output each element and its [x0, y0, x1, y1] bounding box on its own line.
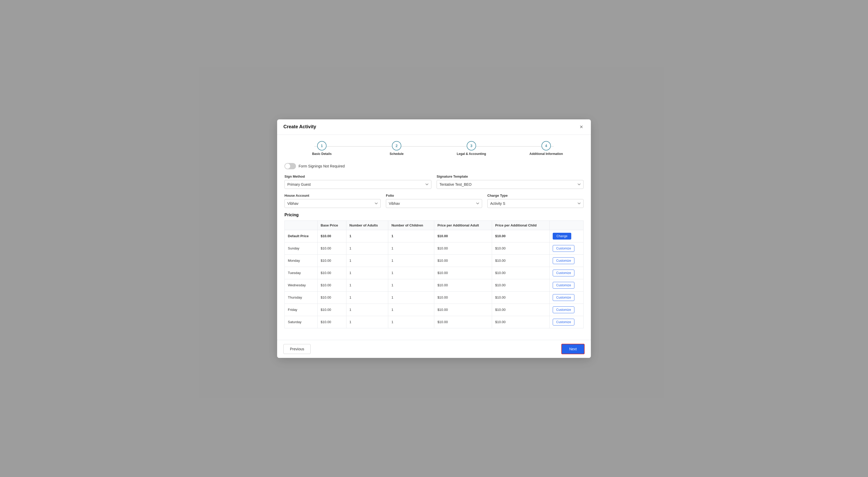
table-row: Tuesday $10.00 1 1 $10.00 $10.00 Customi…: [285, 267, 584, 279]
sign-method-group: Sign Method Primary Guest All Guests: [284, 174, 431, 189]
row-action-cell: Customize: [550, 254, 584, 267]
step-4-circle: 4: [541, 141, 551, 150]
pricing-table-header-row: Base Price Number of Adults Number of Ch…: [285, 220, 584, 230]
modal-body: 1 Basic Details 2 Schedule 3 Legal & Acc…: [277, 135, 591, 340]
customize-button[interactable]: Customize: [553, 257, 575, 264]
row-children: 1: [388, 230, 434, 242]
row-adults: 1: [346, 304, 388, 316]
step-3-circle: 3: [467, 141, 476, 150]
modal-footer: Previous Next: [277, 340, 591, 358]
previous-button[interactable]: Previous: [283, 344, 311, 354]
row-price-child: $10.00: [492, 230, 550, 242]
customize-button[interactable]: Customize: [553, 306, 575, 313]
row-adults: 1: [346, 267, 388, 279]
row-children: 1: [388, 242, 434, 254]
row-children: 1: [388, 304, 434, 316]
step-2: 2 Schedule: [359, 141, 434, 156]
next-button[interactable]: Next: [561, 344, 585, 354]
row-children: 1: [388, 316, 434, 328]
sign-method-select[interactable]: Primary Guest All Guests: [284, 180, 431, 189]
col-action: [550, 220, 584, 230]
row-children: 1: [388, 254, 434, 267]
row-adults: 1: [346, 316, 388, 328]
toggle-label: Form Signings Not Required: [299, 164, 345, 168]
col-price-child: Price per Additional Child: [492, 220, 550, 230]
customize-button[interactable]: Customize: [553, 282, 575, 288]
row-base-price: $10.00: [317, 242, 346, 254]
sign-method-label: Sign Method: [284, 174, 431, 178]
row-price-child: $10.00: [492, 279, 550, 291]
row-base-price: $10.00: [317, 230, 346, 242]
col-name: [285, 220, 318, 230]
customize-button[interactable]: Customize: [553, 270, 575, 276]
row-base-price: $10.00: [317, 254, 346, 267]
row-price-adult: $10.00: [434, 267, 492, 279]
row-price-adult: $10.00: [434, 316, 492, 328]
customize-button[interactable]: Customize: [553, 319, 575, 326]
row-price-adult: $10.00: [434, 304, 492, 316]
row-name: Sunday: [285, 242, 318, 254]
row-name: Saturday: [285, 316, 318, 328]
row-price-child: $10.00: [492, 254, 550, 267]
row-adults: 1: [346, 291, 388, 304]
row-price-child: $10.00: [492, 304, 550, 316]
step-2-label: Schedule: [390, 152, 403, 156]
table-row: Thursday $10.00 1 1 $10.00 $10.00 Custom…: [285, 291, 584, 304]
row-price-adult: $10.00: [434, 254, 492, 267]
step-1-circle: 1: [317, 141, 327, 150]
table-row: Default Price $10.00 1 1 $10.00 $10.00 C…: [285, 230, 584, 242]
modal-overlay: Create Activity × 1 Basic Details 2 Sche…: [0, 0, 868, 477]
stepper: 1 Basic Details 2 Schedule 3 Legal & Acc…: [284, 141, 584, 156]
row-adults: 1: [346, 242, 388, 254]
modal-header: Create Activity ×: [277, 120, 591, 135]
row-action-cell: Customize: [550, 316, 584, 328]
house-account-group: House Account Vibhav: [284, 194, 381, 208]
close-button[interactable]: ×: [578, 124, 585, 130]
row-price-child: $10.00: [492, 316, 550, 328]
pricing-title: Pricing: [284, 213, 584, 217]
step-1-label: Basic Details: [312, 152, 332, 156]
row-children: 1: [388, 279, 434, 291]
signature-template-group: Signature Template Tentative Test_BEO: [437, 174, 584, 189]
folio-label: Folio: [386, 194, 482, 198]
signature-template-select[interactable]: Tentative Test_BEO: [437, 180, 584, 189]
row-price-adult: $10.00: [434, 279, 492, 291]
toggle-row: Form Signings Not Required: [284, 163, 584, 169]
modal-title: Create Activity: [283, 124, 316, 130]
charge-type-label: Charge Type: [487, 194, 584, 198]
row-adults: 1: [346, 254, 388, 267]
folio-select[interactable]: Vibhav: [386, 199, 482, 208]
row-children: 1: [388, 267, 434, 279]
customize-button[interactable]: Customize: [553, 245, 575, 252]
col-base-price: Base Price: [317, 220, 346, 230]
step-2-circle: 2: [392, 141, 401, 150]
customize-button[interactable]: Customize: [553, 294, 575, 301]
row-base-price: $10.00: [317, 316, 346, 328]
row-action-cell: Change: [550, 230, 584, 242]
pricing-section: Pricing Base Price Number of Adults Numb…: [284, 213, 584, 328]
row-name: Thursday: [285, 291, 318, 304]
row-action-cell: Customize: [550, 242, 584, 254]
house-account-label: House Account: [284, 194, 381, 198]
house-account-select[interactable]: Vibhav: [284, 199, 381, 208]
folio-group: Folio Vibhav: [386, 194, 482, 208]
col-adults: Number of Adults: [346, 220, 388, 230]
row-children: 1: [388, 291, 434, 304]
row-adults: 1: [346, 230, 388, 242]
row-base-price: $10.00: [317, 291, 346, 304]
table-row: Sunday $10.00 1 1 $10.00 $10.00 Customiz…: [285, 242, 584, 254]
row-price-child: $10.00: [492, 242, 550, 254]
step-3-label: Legal & Accounting: [457, 152, 486, 156]
step-4: 4 Additional Information: [509, 141, 584, 156]
row-action-cell: Customize: [550, 304, 584, 316]
account-row: House Account Vibhav Folio Vibhav Charge…: [284, 194, 584, 208]
row-name: Tuesday: [285, 267, 318, 279]
row-adults: 1: [346, 279, 388, 291]
form-signings-toggle[interactable]: [284, 163, 296, 169]
charge-type-select[interactable]: Activity S: [487, 199, 584, 208]
table-row: Friday $10.00 1 1 $10.00 $10.00 Customiz…: [285, 304, 584, 316]
row-name: Wednesday: [285, 279, 318, 291]
change-button[interactable]: Change: [553, 233, 571, 240]
row-base-price: $10.00: [317, 267, 346, 279]
row-price-child: $10.00: [492, 267, 550, 279]
